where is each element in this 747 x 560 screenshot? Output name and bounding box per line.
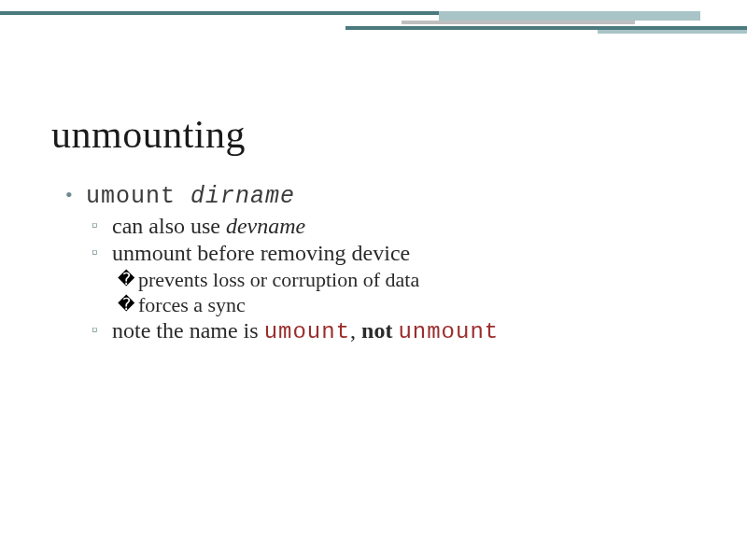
decorative-top-border [0, 0, 747, 37]
bullet-level2: unmount before removing device [65, 241, 691, 266]
slide-title: unmounting [51, 112, 246, 157]
command-text: umount [86, 183, 190, 210]
unmount-text: unmount [398, 319, 499, 344]
text: forces a sync [138, 293, 246, 316]
bullet-level1: umount dirname [65, 182, 691, 210]
umount-text: umount [264, 319, 350, 344]
bullet-level2: can also use devname [65, 214, 691, 239]
text: can also use [112, 214, 226, 238]
bullet-level3: forces a sync [65, 293, 691, 317]
text: note the name is [112, 318, 264, 343]
slide-content: umount dirname can also use devname unmo… [65, 182, 691, 346]
command-arg: dirname [190, 183, 295, 210]
text: , [350, 318, 361, 343]
devname-text: devname [226, 214, 305, 238]
not-text: not [361, 318, 392, 343]
bullet-level2: note the name is umount, not unmount [65, 318, 691, 344]
text: prevents loss or corruption of data [138, 268, 419, 291]
bullet-level3: prevents loss or corruption of data [65, 268, 691, 292]
text: unmount before removing device [112, 241, 410, 265]
